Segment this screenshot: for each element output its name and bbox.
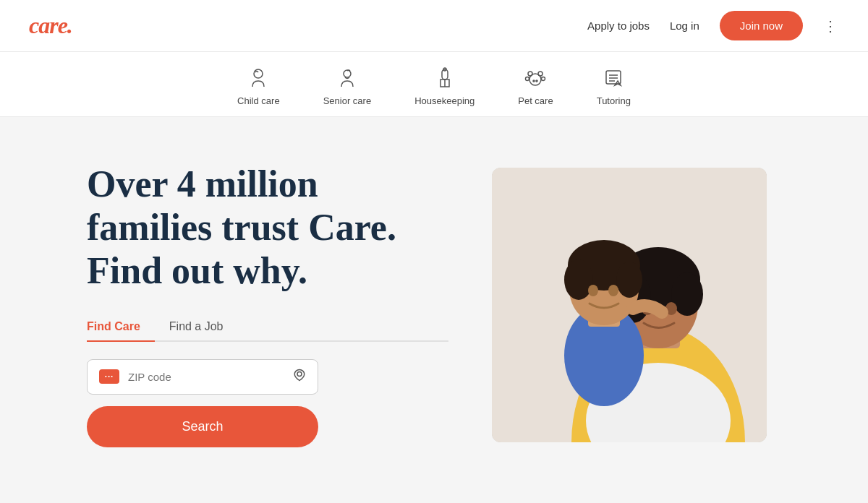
login-link[interactable]: Log in (670, 20, 699, 32)
child-care-icon (245, 65, 271, 91)
site-logo[interactable]: care. (29, 12, 72, 39)
location-icon[interactable] (293, 369, 306, 385)
join-now-button[interactable]: Join now (720, 11, 803, 40)
svg-point-34 (608, 285, 618, 296)
housekeeping-label: Housekeeping (414, 95, 475, 106)
hero-heading: Over 4 million families trust Care. Find… (87, 163, 448, 292)
search-tabs: Find Care Find a Job (87, 313, 448, 342)
header-nav: Apply to jobs Log in Join now ⋮ (587, 11, 839, 40)
svg-point-7 (538, 72, 542, 76)
sidebar-item-housekeeping[interactable]: Housekeeping (414, 65, 475, 106)
search-button[interactable]: Search (87, 406, 318, 447)
more-options-icon[interactable]: ⋮ (823, 17, 839, 35)
svg-point-0 (254, 69, 263, 78)
tutoring-label: Tutoring (597, 95, 631, 106)
site-header: care. Apply to jobs Log in Join now ⋮ (0, 0, 868, 52)
zip-code-input[interactable] (128, 371, 293, 383)
zip-brand-icon: ••• (99, 369, 119, 384)
svg-point-16 (297, 371, 302, 376)
housekeeping-icon (432, 65, 458, 91)
pet-care-label: Pet care (518, 95, 553, 106)
apply-jobs-link[interactable]: Apply to jobs (587, 20, 650, 32)
sidebar-item-senior-care[interactable]: Senior care (323, 65, 371, 106)
hero-section: Over 4 million families trust Care. Find… (87, 163, 448, 447)
svg-point-31 (564, 259, 593, 300)
senior-care-icon (334, 65, 360, 91)
hero-image (492, 168, 767, 442)
svg-point-32 (616, 262, 642, 298)
media-logos-section: USA TODAY mOm.com FORTUNE REAL SIMPLE CN… (0, 493, 868, 503)
categories-nav: Child care Senior care Housekeeping (0, 52, 868, 117)
svg-point-33 (588, 285, 598, 296)
svg-point-10 (533, 80, 535, 82)
tutoring-icon (600, 65, 626, 91)
pet-care-icon (522, 65, 548, 91)
svg-point-8 (526, 77, 529, 81)
main-content: Over 4 million families trust Care. Find… (0, 117, 868, 493)
senior-care-label: Senior care (323, 95, 371, 106)
sidebar-item-child-care[interactable]: Child care (237, 65, 280, 106)
tab-find-care[interactable]: Find Care (87, 313, 155, 340)
svg-point-9 (542, 77, 545, 81)
tab-find-job[interactable]: Find a Job (169, 313, 238, 340)
sidebar-item-pet-care[interactable]: Pet care (518, 65, 553, 106)
svg-point-11 (536, 80, 537, 82)
child-care-label: Child care (237, 95, 280, 106)
sidebar-item-tutoring[interactable]: Tutoring (597, 65, 631, 106)
zip-input-container: ••• (87, 359, 318, 395)
svg-point-1 (344, 70, 351, 77)
svg-point-6 (528, 72, 532, 76)
